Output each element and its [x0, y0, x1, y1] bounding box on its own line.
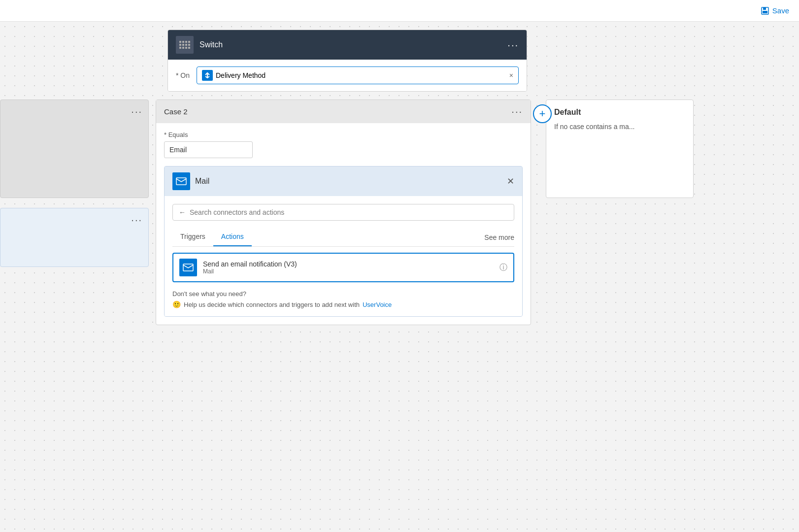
switch-block: Switch ··· * On Delivery Method × — [167, 30, 527, 92]
switch-on-row: * On Delivery Method × — [176, 66, 519, 84]
delivery-tag-label: Delivery Method — [216, 71, 266, 79]
svg-rect-3 — [179, 41, 181, 43]
action-mail-icon — [183, 264, 194, 271]
delivery-tag[interactable]: Delivery Method × — [197, 66, 519, 84]
mail-panel-header-left: Mail — [172, 172, 209, 190]
svg-rect-11 — [179, 47, 181, 49]
mail-panel-close-button[interactable]: ✕ — [507, 176, 514, 187]
svg-rect-15 — [176, 178, 186, 185]
see-more-link[interactable]: See more — [484, 233, 514, 241]
case2-header: Case 2 ··· — [156, 100, 531, 123]
action-item[interactable]: Send an email notification (V3) Mail ⓘ — [172, 253, 514, 282]
tab-actions[interactable]: Actions — [213, 229, 252, 246]
default-block: Default If no case contains a ma... — [546, 100, 694, 198]
save-label: Save — [772, 6, 789, 15]
add-case-button[interactable]: + — [533, 104, 552, 123]
case2-title: Case 2 — [164, 107, 188, 116]
mail-envelope-icon — [176, 177, 187, 185]
smile-icon: 🙂 — [172, 300, 181, 308]
action-item-icon — [179, 259, 197, 276]
user-voice-link[interactable]: UserVoice — [363, 301, 392, 308]
switch-header-left: Switch — [176, 36, 223, 54]
switch-header: Switch ··· — [168, 30, 527, 60]
left-block-2-dots[interactable]: ··· — [131, 214, 142, 226]
action-subtitle: Mail — [203, 268, 494, 275]
switch-grid-icon — [179, 41, 190, 49]
help-text-content: Help us decide which connectors and trig… — [184, 301, 360, 308]
back-arrow-icon[interactable]: ← — [179, 208, 186, 216]
svg-rect-5 — [185, 41, 187, 43]
switch-on-label: * On — [176, 71, 191, 79]
tab-triggers[interactable]: Triggers — [172, 229, 213, 246]
top-bar: Save — [0, 0, 799, 22]
mail-panel-title: Mail — [195, 177, 209, 186]
canvas: Switch ··· * On Delivery Method × — [0, 22, 799, 532]
left-block-2: ··· — [0, 208, 149, 267]
svg-rect-12 — [182, 47, 184, 49]
case2-body: * Equals Mail ✕ — [156, 123, 531, 325]
search-input[interactable] — [190, 208, 508, 216]
svg-rect-1 — [763, 7, 766, 10]
svg-rect-9 — [185, 44, 187, 46]
action-text: Send an email notification (V3) Mail — [203, 260, 494, 275]
search-bar: ← — [172, 204, 514, 221]
svg-rect-7 — [179, 44, 181, 46]
svg-rect-13 — [185, 47, 187, 49]
action-name: Send an email notification (V3) — [203, 260, 494, 268]
svg-rect-2 — [763, 11, 767, 13]
left-block-1-dots[interactable]: ··· — [131, 106, 142, 117]
mail-panel-body: ← Triggers Actions See more — [165, 196, 522, 316]
delivery-icon — [202, 70, 213, 81]
save-button[interactable]: Save — [761, 6, 789, 15]
svg-rect-6 — [188, 41, 190, 43]
equals-label: * Equals — [164, 131, 523, 138]
switch-title: Switch — [200, 40, 223, 49]
tag-close-button[interactable]: × — [509, 71, 513, 79]
default-title: Default — [554, 108, 685, 117]
help-text: 🙂 Help us decide which connectors and tr… — [172, 300, 514, 308]
case2-block: Case 2 ··· * Equals Mail — [156, 100, 531, 325]
svg-rect-8 — [182, 44, 184, 46]
mail-icon-box — [172, 172, 190, 190]
mail-panel: Mail ✕ ← Triggers Actions See more — [164, 166, 523, 317]
save-icon — [761, 6, 769, 15]
left-block-1: ··· — [0, 100, 149, 198]
mail-panel-header: Mail ✕ — [165, 166, 522, 196]
svg-rect-10 — [188, 44, 190, 46]
delivery-arrow-icon — [204, 72, 211, 79]
dont-see-text: Don't see what you need? — [172, 290, 514, 298]
info-icon[interactable]: ⓘ — [499, 263, 507, 273]
tabs-row: Triggers Actions See more — [172, 229, 514, 247]
svg-rect-16 — [183, 264, 193, 271]
default-description: If no case contains a ma... — [554, 123, 685, 131]
switch-body: * On Delivery Method × — [168, 60, 527, 91]
switch-icon — [176, 36, 194, 54]
switch-dots-menu[interactable]: ··· — [507, 39, 519, 51]
svg-rect-4 — [182, 41, 184, 43]
equals-input[interactable] — [164, 141, 253, 158]
case2-dots-menu[interactable]: ··· — [511, 106, 523, 117]
svg-rect-14 — [188, 47, 190, 49]
